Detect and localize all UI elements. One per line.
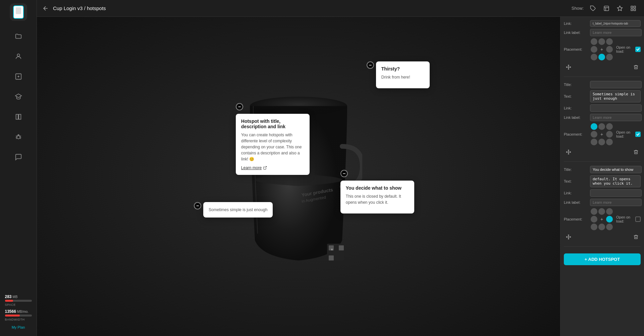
panel-link-input-2[interactable] xyxy=(590,104,642,112)
back-button[interactable] xyxy=(42,5,49,12)
panel-section-2: Title: Text: Sometimes simple is just en… xyxy=(564,81,641,162)
p3-tr[interactable] xyxy=(606,208,613,215)
hotspot-dot-main[interactable]: − xyxy=(236,103,243,110)
open-load-label-1: Open on load: xyxy=(616,45,633,53)
panel-title-input-3[interactable] xyxy=(590,166,642,173)
header-icon-tag2[interactable] xyxy=(614,3,625,14)
p3-bl[interactable] xyxy=(591,224,597,230)
p3-br[interactable] xyxy=(606,224,613,230)
move-icon-3[interactable] xyxy=(564,232,573,242)
panel-link-input-3[interactable] xyxy=(590,189,642,197)
my-plan-link[interactable]: My Plan xyxy=(12,325,25,329)
delete-icon-3[interactable] xyxy=(631,232,641,242)
placement-grid-3: + xyxy=(591,208,613,230)
panel-link-row-1: Link: xyxy=(564,20,641,27)
placement-mc[interactable]: + xyxy=(598,46,605,53)
header-icon-layers[interactable] xyxy=(601,3,612,14)
p2-mc[interactable]: + xyxy=(598,131,605,138)
p3-bc[interactable] xyxy=(598,224,605,230)
p3-tl[interactable] xyxy=(591,208,597,215)
p2-ml[interactable] xyxy=(591,131,597,138)
p2-tc[interactable] xyxy=(598,123,605,130)
header: Cup Login v3 / hotspots Show: xyxy=(37,0,644,17)
placement-bl[interactable] xyxy=(591,54,597,60)
p3-tc[interactable] xyxy=(598,208,605,215)
svg-rect-7 xyxy=(634,6,636,8)
placement-tl[interactable] xyxy=(591,38,597,45)
panel-link-input-1[interactable] xyxy=(590,20,641,27)
delete-icon-2[interactable] xyxy=(631,147,641,157)
placement-bc[interactable] xyxy=(598,54,605,60)
sidebar-item-export[interactable] xyxy=(10,68,27,85)
bandwidth-info: 13566 MB/mo. BANDWIDTH xyxy=(5,309,32,321)
panel-linklabel-row-3: Link label: xyxy=(564,199,641,206)
header-icon-grid[interactable] xyxy=(628,3,639,14)
p3-mc[interactable]: + xyxy=(598,216,605,223)
delete-icon-1[interactable] xyxy=(631,62,641,72)
header-show-label: Show: xyxy=(572,6,584,11)
hotspot-popup-decide: You decide what to show This one is clos… xyxy=(340,181,414,213)
sidebar-logo[interactable] xyxy=(10,3,27,21)
panel-link-row-3: Link: xyxy=(564,189,641,197)
hotspot-main-desc: You can create hotspots with differente … xyxy=(241,132,304,162)
p2-br[interactable] xyxy=(606,139,613,145)
placement-br[interactable] xyxy=(606,54,613,60)
placement-mr[interactable] xyxy=(606,46,613,53)
panel-text-row-2: Text: Sometimes simple is just enough xyxy=(564,90,641,102)
svg-rect-16 xyxy=(329,255,334,260)
placement-row-3: Placement: + Open on load: xyxy=(564,208,641,230)
hotspot-main-link[interactable]: Learn more xyxy=(241,165,304,170)
sidebar-nav xyxy=(10,28,27,294)
hotspot-thirsty[interactable]: − Thirsty? Drink from here! xyxy=(367,61,430,88)
placement-ml[interactable] xyxy=(591,46,597,53)
panel-linklabel-input-2[interactable] xyxy=(590,114,642,121)
p2-tl[interactable] xyxy=(591,123,597,130)
p2-mr[interactable] xyxy=(606,131,613,138)
sidebar-item-user[interactable] xyxy=(10,48,27,65)
hotspot-main-link-label: Learn more xyxy=(241,165,262,170)
open-load-checkbox-2[interactable] xyxy=(635,132,641,137)
open-load-checkbox-3[interactable] xyxy=(635,217,641,222)
memory-bar-container xyxy=(5,300,32,302)
panel-text-area-2[interactable]: Sometimes simple is just enough xyxy=(590,90,641,102)
placement-grid-2: + xyxy=(591,123,613,145)
cup-image: Your products in Augmented − Thirsty? xyxy=(37,17,560,336)
sidebar: 283 MB SPACE 13566 MB/mo. BANDWIDTH My P… xyxy=(0,0,37,336)
open-load-row-3: Open on load: xyxy=(616,215,641,223)
placement-tc[interactable] xyxy=(598,38,605,45)
move-icon-2[interactable] xyxy=(564,147,573,157)
hotspot-simple[interactable]: − Sometimes simple is just enough xyxy=(194,202,273,218)
add-hotspot-button[interactable]: + ADD HOTSPOT xyxy=(564,253,641,265)
p3-mr[interactable] xyxy=(606,216,613,223)
sidebar-item-book[interactable] xyxy=(10,108,27,126)
hotspot-popup-thirsty: Thirsty? Drink from here! xyxy=(376,61,430,88)
open-load-label-3: Open on load: xyxy=(616,215,633,223)
panel-text-area-3[interactable]: default. It opens when you click it. xyxy=(590,175,641,187)
hotspot-dot-decide[interactable]: − xyxy=(340,170,348,177)
sidebar-item-folder[interactable] xyxy=(10,28,27,45)
sidebar-item-chat[interactable] xyxy=(10,148,27,166)
sidebar-item-graduation[interactable] xyxy=(10,88,27,105)
hotspot-dot-thirsty[interactable]: − xyxy=(367,61,374,69)
hotspot-decide[interactable]: − You decide what to show This one is cl… xyxy=(340,170,414,213)
panel-linklabel-input-3[interactable] xyxy=(590,199,642,206)
panel-title-label-2: Title: xyxy=(564,83,587,87)
placement-tr[interactable] xyxy=(606,38,613,45)
panel-linklabel-input-1[interactable] xyxy=(590,29,642,36)
header-icon-tag[interactable] xyxy=(588,3,598,14)
open-load-checkbox-1[interactable] xyxy=(635,47,641,52)
hotspot-popup-main: Hotspot with title, description and link… xyxy=(236,114,310,175)
sidebar-item-bug[interactable] xyxy=(10,128,27,146)
p2-bl[interactable] xyxy=(591,139,597,145)
p3-ml[interactable] xyxy=(591,216,597,223)
panel-title-input-2[interactable] xyxy=(590,81,642,88)
hotspot-main[interactable]: − Hotspot with title, description and li… xyxy=(236,103,310,175)
svg-line-18 xyxy=(265,166,267,168)
bandwidth-value: 13566 xyxy=(5,309,16,314)
p2-tr[interactable] xyxy=(606,123,613,130)
main-content: Cup Login v3 / hotspots Show: xyxy=(37,0,644,336)
move-icon-1[interactable] xyxy=(564,62,573,72)
p2-bc[interactable] xyxy=(598,139,605,145)
hotspot-dot-simple[interactable]: − xyxy=(194,202,201,209)
memory-info: 283 MB SPACE xyxy=(5,294,32,306)
